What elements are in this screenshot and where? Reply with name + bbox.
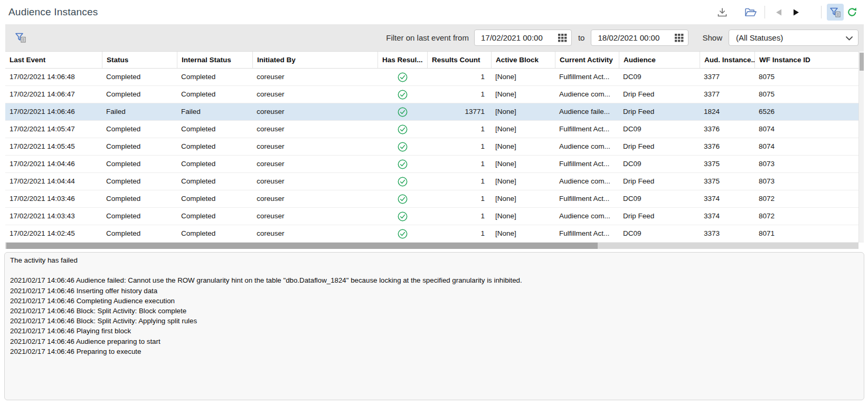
refresh-icon[interactable] — [844, 4, 861, 21]
cell-current_activity: Audience com... — [555, 208, 619, 225]
cell-status: Completed — [102, 86, 177, 103]
cell-active_block: [None] — [491, 208, 555, 225]
table-row[interactable]: 17/02/2021 14:06:48CompletedCompletedcor… — [5, 69, 858, 86]
cell-results_count: 1 — [427, 121, 491, 138]
cell-wf_instance: 8071 — [754, 225, 858, 242]
column-header-results_count[interactable]: Results Count — [427, 52, 491, 68]
table-row[interactable]: 17/02/2021 14:05:47CompletedCompletedcor… — [5, 121, 858, 138]
cell-active_block: [None] — [491, 190, 555, 207]
cell-active_block: [None] — [491, 138, 555, 155]
column-header-active_block[interactable]: Active Block — [491, 52, 555, 68]
cell-last_event: 17/02/2021 14:06:48 — [5, 69, 102, 85]
activity-log-panel: The activity has failed 2021/02/17 14:06… — [4, 252, 864, 400]
cell-wf_instance: 8075 — [754, 69, 858, 85]
log-line — [10, 265, 858, 275]
cell-active_block: [None] — [491, 225, 555, 242]
cell-results_count: 1 — [427, 138, 491, 155]
column-header-last_event[interactable]: Last Event — [5, 52, 102, 68]
date-from-value: 17/02/2021 00:00 — [481, 33, 543, 42]
vertical-scrollbar[interactable] — [858, 51, 864, 243]
column-header-audience[interactable]: Audience — [619, 52, 700, 68]
title-bar: Audience Instances — [0, 0, 868, 24]
cell-audience: Drip Feed — [619, 208, 700, 225]
log-line: 2021/02/17 14:06:46 Audience preparing t… — [10, 336, 858, 346]
check-circle-icon — [398, 142, 408, 152]
table-row[interactable]: 17/02/2021 14:03:46CompletedCompletedcor… — [5, 190, 858, 208]
calendar-icon[interactable] — [675, 34, 684, 42]
cell-internal_status: Completed — [177, 225, 252, 242]
cell-results_count: 1 — [427, 190, 491, 207]
table-row[interactable]: 17/02/2021 14:04:46CompletedCompletedcor… — [5, 156, 858, 173]
cell-wf_instance: 8073 — [754, 156, 858, 172]
table-row[interactable]: 17/02/2021 14:06:46FailedFailedcoreuser … — [5, 103, 858, 121]
cell-last_event: 17/02/2021 14:06:47 — [5, 86, 102, 103]
open-folder-icon[interactable] — [742, 4, 759, 21]
toolbar-separator — [765, 6, 765, 18]
filter-bar: Filter on last event from 17/02/2021 00:… — [5, 24, 864, 51]
calendar-icon[interactable] — [558, 34, 567, 42]
column-header-status[interactable]: Status — [102, 52, 177, 68]
filter-list-icon[interactable] — [13, 30, 29, 46]
log-line: 2021/02/17 14:06:46 Preparing to execute — [10, 346, 858, 356]
cell-initiated_by: coreuser — [252, 173, 378, 190]
table-row[interactable]: 17/02/2021 14:06:47CompletedCompletedcor… — [5, 86, 858, 103]
cell-current_activity: Audience com... — [555, 86, 619, 103]
check-circle-icon — [398, 124, 408, 134]
column-header-initiated_by[interactable]: Initiated By — [252, 52, 378, 68]
log-line: 2021/02/17 14:06:46 Inserting offer hist… — [10, 286, 858, 296]
cell-aud_instance: 1824 — [700, 103, 754, 120]
cell-status: Completed — [102, 173, 177, 190]
cell-current_activity: Fulfillment Act... — [555, 156, 619, 172]
cell-initiated_by: coreuser — [252, 86, 378, 103]
cell-status: Completed — [102, 138, 177, 155]
cell-wf_instance: 8074 — [754, 138, 858, 155]
download-icon[interactable] — [714, 4, 731, 21]
table-row[interactable]: 17/02/2021 14:03:43CompletedCompletedcor… — [5, 208, 858, 225]
next-icon[interactable] — [787, 4, 804, 21]
previous-icon[interactable] — [770, 4, 787, 21]
table-row[interactable]: 17/02/2021 14:05:45CompletedCompletedcor… — [5, 138, 858, 156]
cell-current_activity: Fulfillment Act... — [555, 225, 619, 242]
cell-results_count: 1 — [427, 86, 491, 103]
cell-results_count: 13771 — [427, 103, 491, 120]
cell-has_results — [378, 103, 427, 120]
column-header-aud_instance[interactable]: Aud. Instance... — [700, 52, 754, 68]
filter-from-label: Filter on last event from — [386, 33, 469, 42]
column-header-current_activity[interactable]: Current Activity — [555, 52, 619, 68]
status-filter-dropdown[interactable]: (All Statuses) — [729, 30, 858, 46]
cell-aud_instance: 3377 — [700, 69, 754, 85]
page-title: Audience Instances — [8, 6, 98, 18]
cell-current_activity: Fulfillment Act... — [555, 190, 619, 207]
date-from-input[interactable]: 17/02/2021 00:00 — [474, 30, 572, 46]
status-filter-value: (All Statuses) — [736, 33, 783, 42]
cell-has_results — [378, 121, 427, 138]
horizontal-scrollbar-thumb[interactable] — [6, 243, 598, 249]
date-to-input[interactable]: 18/02/2021 00:00 — [591, 30, 688, 46]
cell-wf_instance: 8073 — [754, 173, 858, 190]
table-header-row: Last EventStatusInternal StatusInitiated… — [5, 51, 858, 69]
date-to-value: 18/02/2021 00:00 — [598, 33, 659, 42]
cell-status: Completed — [102, 69, 177, 85]
filter-to-label: to — [578, 33, 585, 42]
cell-aud_instance: 3374 — [700, 208, 754, 225]
vertical-scrollbar-thumb[interactable] — [860, 53, 864, 71]
column-header-wf_instance[interactable]: WF Instance ID — [754, 52, 858, 68]
cell-internal_status: Completed — [177, 208, 252, 225]
cell-status: Completed — [102, 225, 177, 242]
log-line: 2021/02/17 14:06:46 Completing Audience … — [10, 296, 858, 306]
cell-last_event: 17/02/2021 14:04:44 — [5, 173, 102, 190]
table-body: 17/02/2021 14:06:48CompletedCompletedcor… — [5, 69, 858, 243]
cell-initiated_by: coreuser — [252, 190, 378, 207]
check-circle-icon — [398, 229, 408, 239]
cell-results_count: 1 — [427, 208, 491, 225]
filter-toggle-icon[interactable] — [827, 4, 844, 21]
table-row[interactable]: 17/02/2021 14:02:45CompletedCompletedcor… — [5, 225, 858, 243]
cell-aud_instance: 3374 — [700, 190, 754, 207]
cell-status: Completed — [102, 121, 177, 138]
log-line: The activity has failed — [10, 255, 858, 265]
cell-internal_status: Failed — [177, 103, 252, 120]
column-header-internal_status[interactable]: Internal Status — [177, 52, 252, 68]
table-row[interactable]: 17/02/2021 14:04:44CompletedCompletedcor… — [5, 173, 858, 190]
column-header-has_results[interactable]: Has Resul... — [378, 52, 427, 68]
horizontal-scrollbar[interactable] — [5, 243, 858, 249]
